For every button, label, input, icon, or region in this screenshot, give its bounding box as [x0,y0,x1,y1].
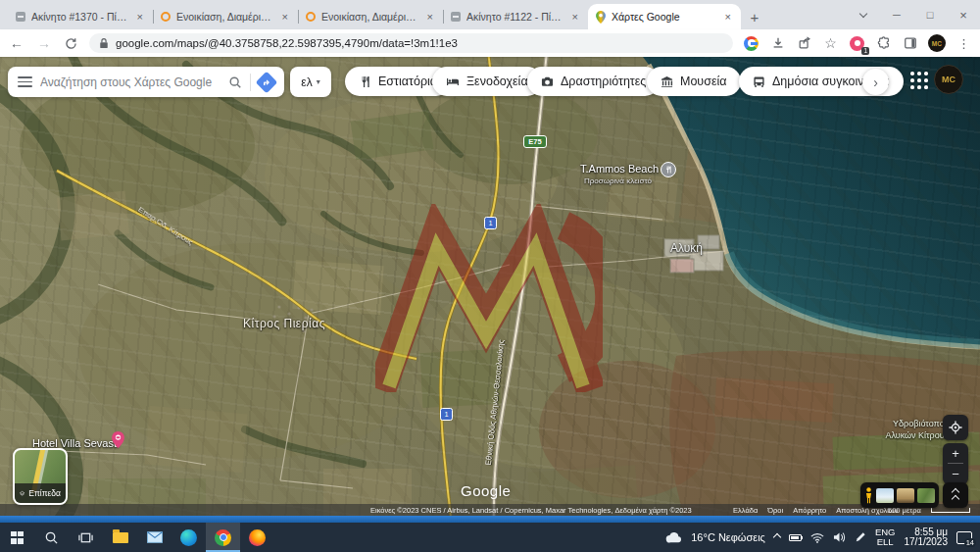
download-button[interactable] [769,35,786,52]
map-style-thumbnail[interactable] [876,488,894,503]
tab-close-icon[interactable]: × [723,11,733,23]
language-indicator[interactable]: ENG ELL [875,527,896,547]
language-selector[interactable]: ελ ▾ [290,67,331,97]
site-favicon [451,12,461,22]
dropdown-caret-icon: ▾ [317,77,320,86]
reload-button[interactable] [63,35,79,52]
pen-icon[interactable] [855,531,866,543]
zoom-out-button[interactable]: − [943,464,968,483]
tab-close-icon[interactable]: × [570,11,580,23]
hotel-pin-icon[interactable] [112,431,124,452]
tab-close-icon[interactable]: × [425,11,435,23]
mail-button[interactable] [137,523,172,552]
search-input[interactable] [40,75,220,89]
edge-button[interactable] [172,523,206,552]
window-edge [0,516,980,523]
firefox-button[interactable] [240,523,274,552]
tab-search-button[interactable] [847,0,880,29]
extension-blocker-button[interactable]: 1 [849,35,865,52]
browser-toolbar: ← → google.com/maps/@40.3758758,22.59873… [0,29,980,57]
beach-poi-label[interactable]: T.Ammos Beach [580,163,659,175]
pegman-icon[interactable] [864,487,873,504]
map-canvas[interactable]: E75 1 1 T.Ammos Beach Προσωρινά κλειστό … [0,57,980,523]
carousel-collapse-button[interactable] [943,482,968,508]
wifi-icon[interactable] [810,532,824,543]
category-hotels[interactable]: Ξενοδοχεία [432,67,542,96]
browser-tab-bar: Ακίνητο #1370 - Πίνακας Δ × Ενοικίαση, Δ… [0,0,980,29]
directions-button[interactable] [256,71,278,93]
url-text: google.com/maps/@40.3758758,22.5987395,4… [116,37,458,49]
imagery-credits: Εικόνες ©2023 CNES / Airbus, Landsat / C… [370,506,692,515]
google-lens-button[interactable] [743,35,760,52]
google-maps-pin-favicon [596,11,606,24]
tab-enoikiasi-1[interactable]: Ενοικίαση, Διαμέρισμα, 80τ × [153,4,298,29]
hidden-icons-chevron[interactable] [773,533,781,541]
tab-close-icon[interactable]: × [280,11,290,23]
beach-status-label: Προσωρινά κλειστό [584,176,652,185]
bookmark-button[interactable]: ☆ [822,35,839,52]
attribution-region[interactable]: Ελλάδα [733,506,758,515]
search-icon[interactable] [228,75,242,89]
wetland-label: Υδροβιότοπος Αλυκών Κίτρους [885,418,949,441]
privacy-link[interactable]: Απόρρητο [793,506,826,515]
category-museums[interactable]: Μουσεία [647,67,741,96]
back-button[interactable]: ← [8,35,25,51]
category-activities[interactable]: Δραστηριότητες [527,67,660,96]
categories-next-button[interactable]: › [862,69,889,95]
action-center-icon[interactable]: 14 [956,531,972,544]
share-button[interactable] [796,35,812,52]
tab-close-icon[interactable]: × [135,11,145,23]
minimize-button[interactable]: ─ [880,0,913,29]
route-1-shield-north: 1 [484,217,497,229]
google-watermark: Google [461,482,511,499]
close-button[interactable]: × [947,0,980,29]
firefox-icon [249,529,266,546]
chrome-button-active[interactable] [206,523,240,552]
zoom-in-button[interactable]: + [943,443,968,463]
clock[interactable]: 8:55 μμ 17/1/2023 [905,527,949,548]
new-tab-button[interactable]: + [741,4,768,29]
chevron-up-icon [952,494,959,502]
weather-widget[interactable]: 16°C Νεφώσεις [691,531,765,543]
my-location-icon [949,421,962,434]
tab-google-maps-active[interactable]: Χάρτες Google × [588,4,741,29]
bus-icon [753,75,765,88]
window-controls: ─ □ × [847,0,980,29]
layers-control[interactable]: Επίπεδα [13,448,68,505]
menu-icon[interactable] [18,76,32,87]
address-bar[interactable]: google.com/maps/@40.3758758,22.5987395,4… [89,33,733,53]
taskbar-search-button[interactable] [34,523,69,552]
account-avatar[interactable]: MC [934,65,963,94]
restaurant-poi-icon[interactable] [661,162,676,177]
date: 17/1/2023 [905,537,949,548]
lock-icon [99,37,109,49]
tab-title: Ακίνητο #1370 - Πίνακας Δ [31,11,129,23]
site-favicon [16,12,25,22]
maximize-button[interactable]: □ [913,0,947,29]
chrome-icon [215,529,231,546]
attribution-bar: Εικόνες ©2023 CNES / Airbus, Landsat / C… [0,504,980,516]
puzzle-icon [877,36,891,50]
side-panel-icon [904,36,917,50]
browser-profile-avatar[interactable]: MC [928,34,946,52]
forward-button[interactable]: → [35,35,53,51]
site-favicon [306,12,316,22]
start-button[interactable] [0,523,34,552]
map-style-thumbnail[interactable] [897,488,914,503]
map-style-thumbnail[interactable] [917,488,935,503]
task-view-button[interactable] [69,523,103,552]
folder-icon [113,532,128,543]
imagery-carousel [860,482,939,508]
extensions-menu-button[interactable] [875,35,892,52]
my-location-button[interactable] [943,415,968,440]
terms-link[interactable]: Όροι [767,506,783,515]
side-panel-button[interactable] [902,35,918,52]
tab-akinito-1122[interactable]: Ακίνητο #1122 - Πίνακας Δ × [443,4,588,29]
browser-menu-button[interactable]: ⋮ [956,35,972,52]
tab-enoikiasi-2[interactable]: Ενοικίαση, Διαμέρισμα, 80τ × [298,4,443,29]
tab-akinito-1370[interactable]: Ακίνητο #1370 - Πίνακας Δ × [8,4,153,29]
google-apps-grid-icon[interactable] [907,69,931,92]
file-explorer-button[interactable] [103,523,137,552]
battery-icon[interactable] [789,534,802,541]
speaker-icon[interactable] [833,531,846,543]
